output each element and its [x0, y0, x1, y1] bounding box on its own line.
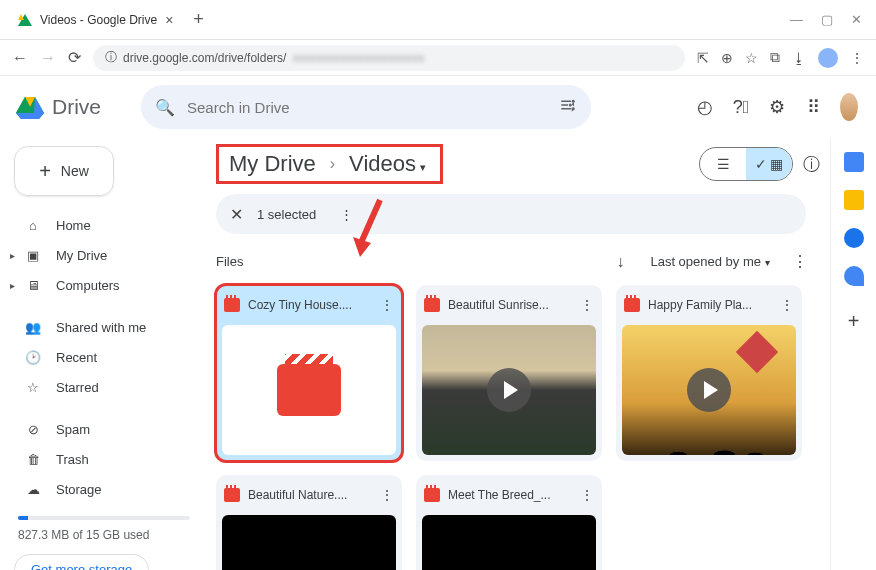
files-grid: Cozy Tiny House....⋮ Beautiful Sunrise..… — [216, 285, 820, 570]
sidebar-item-storage[interactable]: ☁Storage — [14, 474, 194, 504]
offline-ready-icon[interactable]: ◴ — [694, 96, 716, 118]
file-menu-icon[interactable]: ⋮ — [580, 487, 594, 503]
sidebar-item-spam[interactable]: ⊘Spam — [14, 414, 194, 444]
file-menu-icon[interactable]: ⋮ — [580, 297, 594, 313]
window-minimize-icon[interactable]: — — [790, 12, 803, 27]
new-tab-button[interactable]: + — [193, 9, 204, 30]
settings-icon[interactable]: ⚙ — [766, 96, 788, 118]
tasks-icon[interactable] — [844, 228, 864, 248]
account-avatar[interactable] — [838, 91, 860, 123]
recent-icon: 🕑 — [24, 350, 42, 365]
get-addons-icon[interactable]: + — [848, 310, 860, 333]
sidebar-item-computers[interactable]: 🖥Computers — [14, 270, 194, 300]
drive-logo-text: Drive — [52, 95, 101, 119]
grid-view-button[interactable]: ✓ ▦ — [746, 148, 792, 180]
file-thumbnail — [622, 325, 796, 455]
get-storage-button[interactable]: Get more storage — [14, 554, 149, 570]
forward-icon[interactable]: → — [40, 49, 56, 67]
sidebar-item-trash[interactable]: 🗑Trash — [14, 444, 194, 474]
search-icon: 🔍 — [155, 98, 175, 117]
star-icon: ☆ — [24, 380, 42, 395]
site-info-icon[interactable]: ⓘ — [105, 49, 117, 66]
file-card[interactable]: Happy Family Pla...⋮ — [616, 285, 802, 461]
drive-favicon — [18, 14, 32, 26]
list-view-button[interactable]: ☰ — [700, 148, 746, 180]
window-close-icon[interactable]: ✕ — [851, 12, 862, 27]
sort-direction-icon[interactable]: ↓ — [616, 253, 624, 271]
shared-icon: 👥 — [24, 320, 42, 335]
reload-icon[interactable]: ⟳ — [68, 48, 81, 67]
breadcrumb-current[interactable]: Videos▾ — [349, 151, 426, 177]
svg-point-8 — [572, 107, 575, 110]
new-button[interactable]: + New — [14, 146, 114, 196]
sidebar-item-recent[interactable]: 🕑Recent — [14, 342, 194, 372]
bookmark-icon[interactable]: ☆ — [745, 50, 758, 66]
back-icon[interactable]: ← — [12, 49, 28, 67]
mydrive-icon: ▣ — [24, 248, 42, 263]
sidebar-item-shared[interactable]: 👥Shared with me — [14, 312, 194, 342]
calendar-icon[interactable] — [844, 152, 864, 172]
close-tab-icon[interactable]: × — [165, 12, 173, 28]
cloud-icon: ☁ — [24, 482, 42, 497]
svg-point-6 — [572, 100, 575, 103]
tab-title: Videos - Google Drive — [40, 13, 157, 27]
clear-selection-icon[interactable]: ✕ — [230, 205, 243, 224]
play-icon — [487, 368, 531, 412]
browser-tab[interactable]: Videos - Google Drive × — [6, 3, 185, 37]
file-name: Meet The Breed_... — [448, 488, 572, 502]
search-box[interactable]: 🔍 — [141, 85, 591, 129]
file-card[interactable]: Meet The Breed_...⋮ — [416, 475, 602, 570]
sidebar-item-home[interactable]: ⌂Home — [14, 210, 194, 240]
sidebar: + New ⌂Home ▣My Drive 🖥Computers 👥Shared… — [0, 138, 210, 570]
sidebar-item-mydrive[interactable]: ▣My Drive — [14, 240, 194, 270]
apps-grid-icon[interactable]: ⠿ — [802, 96, 824, 118]
selection-bar: ✕ 1 selected ⋮ — [216, 194, 806, 234]
profile-avatar-icon[interactable] — [818, 48, 838, 68]
files-options-icon[interactable]: ⋮ — [792, 252, 808, 271]
file-menu-icon[interactable]: ⋮ — [380, 487, 394, 503]
video-file-icon — [224, 488, 240, 502]
video-file-icon — [224, 298, 240, 312]
install-app-icon[interactable]: ⇱ — [697, 50, 709, 66]
help-icon[interactable]: ?⃝ — [730, 97, 752, 118]
play-icon — [687, 368, 731, 412]
file-thumbnail — [422, 515, 596, 570]
search-input[interactable] — [187, 99, 547, 116]
file-name: Beautiful Sunrise... — [448, 298, 572, 312]
url-field[interactable]: ⓘ drive.google.com/drive/folders/ xxxxxx… — [93, 45, 685, 71]
selection-menu-icon[interactable]: ⋮ — [340, 207, 353, 222]
file-card[interactable]: Beautiful Sunrise...⋮ — [416, 285, 602, 461]
file-card[interactable]: Beautiful Nature....⋮ — [216, 475, 402, 570]
drive-logo[interactable]: Drive — [16, 95, 101, 119]
url-path-redacted: xxxxxxxxxxxxxxxxxxxxxx — [292, 51, 424, 65]
svg-marker-2 — [34, 97, 44, 113]
sidebar-item-starred[interactable]: ☆Starred — [14, 372, 194, 402]
zoom-icon[interactable]: ⊕ — [721, 50, 733, 66]
url-text: drive.google.com/drive/folders/ — [123, 51, 286, 65]
files-section-title: Files — [216, 254, 243, 269]
contacts-icon[interactable] — [844, 266, 864, 286]
browser-menu-icon[interactable]: ⋮ — [850, 50, 864, 66]
file-card[interactable]: Cozy Tiny House....⋮ — [216, 285, 402, 461]
sort-by-button[interactable]: Last opened by me▾ — [650, 254, 770, 269]
computers-icon: 🖥 — [24, 278, 42, 293]
keep-icon[interactable] — [844, 190, 864, 210]
file-thumbnail — [222, 515, 396, 570]
app-header: Drive 🔍 ◴ ?⃝ ⚙ ⠿ — [0, 76, 876, 138]
svg-point-7 — [569, 104, 572, 107]
file-menu-icon[interactable]: ⋮ — [380, 297, 394, 313]
details-icon[interactable]: ⓘ — [803, 153, 820, 176]
extensions-icon[interactable]: ⧉ — [770, 49, 780, 66]
home-icon: ⌂ — [24, 218, 42, 233]
search-options-icon[interactable] — [559, 96, 577, 118]
video-placeholder-icon — [277, 364, 341, 416]
breadcrumb-highlight: My Drive › Videos▾ — [216, 144, 443, 184]
breadcrumb-root[interactable]: My Drive — [229, 151, 316, 177]
file-name: Beautiful Nature.... — [248, 488, 372, 502]
file-menu-icon[interactable]: ⋮ — [780, 297, 794, 313]
window-maximize-icon[interactable]: ▢ — [821, 12, 833, 27]
downloads-icon[interactable]: ⭳ — [792, 50, 806, 66]
video-file-icon — [424, 488, 440, 502]
video-file-icon — [624, 298, 640, 312]
file-name: Cozy Tiny House.... — [248, 298, 372, 312]
